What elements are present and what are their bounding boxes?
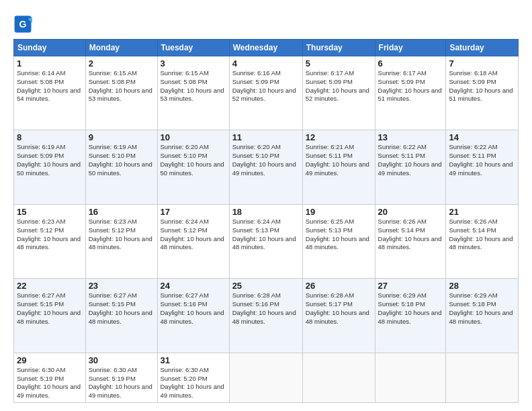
calendar-cell: 28 Sunrise: 6:29 AM Sunset: 5:18 PM Dayl… bbox=[446, 279, 519, 353]
calendar-cell: 13 Sunrise: 6:22 AM Sunset: 5:11 PM Dayl… bbox=[375, 130, 446, 204]
day-number: 13 bbox=[378, 132, 443, 142]
day-number: 5 bbox=[306, 58, 372, 68]
day-info: Sunrise: 6:26 AM Sunset: 5:14 PM Dayligh… bbox=[378, 218, 443, 252]
day-info: Sunrise: 6:21 AM Sunset: 5:11 PM Dayligh… bbox=[306, 143, 372, 177]
calendar-cell bbox=[375, 353, 446, 402]
day-info: Sunrise: 6:27 AM Sunset: 5:15 PM Dayligh… bbox=[17, 291, 83, 326]
calendar-cell: 6 Sunrise: 6:17 AM Sunset: 5:09 PM Dayli… bbox=[375, 56, 446, 130]
day-number: 9 bbox=[89, 132, 154, 142]
day-number: 6 bbox=[378, 58, 443, 68]
weekday-header-friday: Friday bbox=[375, 40, 446, 56]
calendar-cell: 2 Sunrise: 6:15 AM Sunset: 5:08 PM Dayli… bbox=[85, 56, 157, 130]
day-number: 16 bbox=[89, 207, 154, 217]
day-info: Sunrise: 6:30 AM Sunset: 5:19 PM Dayligh… bbox=[17, 366, 83, 400]
day-info: Sunrise: 6:29 AM Sunset: 5:18 PM Dayligh… bbox=[449, 291, 515, 326]
day-info: Sunrise: 6:14 AM Sunset: 5:08 PM Dayligh… bbox=[17, 69, 83, 103]
day-number: 23 bbox=[89, 281, 154, 291]
day-info: Sunrise: 6:24 AM Sunset: 5:13 PM Dayligh… bbox=[232, 218, 300, 252]
day-number: 31 bbox=[161, 355, 226, 365]
day-number: 15 bbox=[17, 207, 83, 217]
calendar-cell: 19 Sunrise: 6:25 AM Sunset: 5:13 PM Dayl… bbox=[302, 204, 375, 278]
day-number: 7 bbox=[449, 58, 515, 68]
day-number: 29 bbox=[17, 355, 83, 365]
calendar-cell: 10 Sunrise: 6:20 AM Sunset: 5:10 PM Dayl… bbox=[157, 130, 229, 204]
calendar-cell bbox=[302, 353, 375, 402]
day-number: 1 bbox=[17, 58, 83, 68]
day-info: Sunrise: 6:28 AM Sunset: 5:17 PM Dayligh… bbox=[306, 291, 372, 326]
calendar-cell: 22 Sunrise: 6:27 AM Sunset: 5:15 PM Dayl… bbox=[14, 279, 86, 353]
weekday-header-saturday: Saturday bbox=[446, 40, 519, 56]
calendar-cell: 24 Sunrise: 6:27 AM Sunset: 5:16 PM Dayl… bbox=[157, 279, 229, 353]
calendar-week-4: 22 Sunrise: 6:27 AM Sunset: 5:15 PM Dayl… bbox=[14, 279, 519, 353]
day-info: Sunrise: 6:15 AM Sunset: 5:08 PM Dayligh… bbox=[161, 69, 226, 103]
day-info: Sunrise: 6:22 AM Sunset: 5:11 PM Dayligh… bbox=[378, 143, 443, 177]
calendar-page: G SundayMondayTuesdayWednesdayThursdayFr… bbox=[0, 0, 532, 411]
logo-icon: G bbox=[13, 15, 32, 34]
calendar-cell: 21 Sunrise: 6:26 AM Sunset: 5:14 PM Dayl… bbox=[446, 204, 519, 278]
day-info: Sunrise: 6:30 AM Sunset: 5:19 PM Dayligh… bbox=[89, 366, 154, 400]
calendar-cell: 18 Sunrise: 6:24 AM Sunset: 5:13 PM Dayl… bbox=[229, 204, 302, 278]
day-info: Sunrise: 6:27 AM Sunset: 5:16 PM Dayligh… bbox=[161, 291, 226, 326]
day-info: Sunrise: 6:17 AM Sunset: 5:09 PM Dayligh… bbox=[378, 69, 443, 103]
day-info: Sunrise: 6:30 AM Sunset: 5:20 PM Dayligh… bbox=[161, 366, 226, 400]
day-info: Sunrise: 6:18 AM Sunset: 5:09 PM Dayligh… bbox=[449, 69, 515, 103]
calendar-header: SundayMondayTuesdayWednesdayThursdayFrid… bbox=[14, 40, 519, 56]
day-info: Sunrise: 6:23 AM Sunset: 5:12 PM Dayligh… bbox=[17, 218, 83, 252]
day-number: 18 bbox=[232, 207, 300, 217]
day-info: Sunrise: 6:16 AM Sunset: 5:09 PM Dayligh… bbox=[232, 69, 300, 103]
calendar-cell: 26 Sunrise: 6:28 AM Sunset: 5:17 PM Dayl… bbox=[302, 279, 375, 353]
day-info: Sunrise: 6:19 AM Sunset: 5:10 PM Dayligh… bbox=[89, 143, 154, 177]
calendar-cell: 25 Sunrise: 6:28 AM Sunset: 5:16 PM Dayl… bbox=[229, 279, 302, 353]
day-number: 20 bbox=[378, 207, 443, 217]
day-number: 10 bbox=[161, 132, 226, 142]
day-number: 2 bbox=[89, 58, 154, 68]
calendar-cell: 31 Sunrise: 6:30 AM Sunset: 5:20 PM Dayl… bbox=[157, 353, 229, 402]
weekday-header-row: SundayMondayTuesdayWednesdayThursdayFrid… bbox=[14, 40, 519, 56]
calendar-cell: 14 Sunrise: 6:22 AM Sunset: 5:11 PM Dayl… bbox=[446, 130, 519, 204]
calendar-cell: 4 Sunrise: 6:16 AM Sunset: 5:09 PM Dayli… bbox=[229, 56, 302, 130]
weekday-header-tuesday: Tuesday bbox=[157, 40, 229, 56]
calendar-cell: 15 Sunrise: 6:23 AM Sunset: 5:12 PM Dayl… bbox=[14, 204, 86, 278]
calendar-cell bbox=[446, 353, 519, 402]
day-number: 8 bbox=[17, 132, 83, 142]
calendar-week-2: 8 Sunrise: 6:19 AM Sunset: 5:09 PM Dayli… bbox=[14, 130, 519, 204]
header: G bbox=[13, 12, 519, 34]
day-number: 22 bbox=[17, 281, 83, 291]
day-info: Sunrise: 6:28 AM Sunset: 5:16 PM Dayligh… bbox=[232, 291, 300, 326]
calendar-cell: 27 Sunrise: 6:29 AM Sunset: 5:18 PM Dayl… bbox=[375, 279, 446, 353]
calendar-cell: 17 Sunrise: 6:24 AM Sunset: 5:12 PM Dayl… bbox=[157, 204, 229, 278]
day-number: 17 bbox=[161, 207, 226, 217]
day-info: Sunrise: 6:29 AM Sunset: 5:18 PM Dayligh… bbox=[378, 291, 443, 326]
day-info: Sunrise: 6:15 AM Sunset: 5:08 PM Dayligh… bbox=[89, 69, 154, 103]
day-info: Sunrise: 6:22 AM Sunset: 5:11 PM Dayligh… bbox=[449, 143, 515, 177]
day-info: Sunrise: 6:25 AM Sunset: 5:13 PM Dayligh… bbox=[306, 218, 372, 252]
svg-text:G: G bbox=[19, 19, 27, 30]
weekday-header-sunday: Sunday bbox=[14, 40, 86, 56]
calendar-cell: 20 Sunrise: 6:26 AM Sunset: 5:14 PM Dayl… bbox=[375, 204, 446, 278]
day-info: Sunrise: 6:20 AM Sunset: 5:10 PM Dayligh… bbox=[232, 143, 300, 177]
calendar-week-5: 29 Sunrise: 6:30 AM Sunset: 5:19 PM Dayl… bbox=[14, 353, 519, 402]
day-number: 4 bbox=[232, 58, 300, 68]
day-number: 30 bbox=[89, 355, 154, 365]
calendar-cell: 5 Sunrise: 6:17 AM Sunset: 5:09 PM Dayli… bbox=[302, 56, 375, 130]
day-info: Sunrise: 6:17 AM Sunset: 5:09 PM Dayligh… bbox=[306, 69, 372, 103]
calendar-cell: 7 Sunrise: 6:18 AM Sunset: 5:09 PM Dayli… bbox=[446, 56, 519, 130]
day-number: 12 bbox=[306, 132, 372, 142]
calendar-week-1: 1 Sunrise: 6:14 AM Sunset: 5:08 PM Dayli… bbox=[14, 56, 519, 130]
calendar-week-3: 15 Sunrise: 6:23 AM Sunset: 5:12 PM Dayl… bbox=[14, 204, 519, 278]
day-number: 3 bbox=[161, 58, 226, 68]
calendar-body: 1 Sunrise: 6:14 AM Sunset: 5:08 PM Dayli… bbox=[14, 56, 519, 403]
calendar-cell: 9 Sunrise: 6:19 AM Sunset: 5:10 PM Dayli… bbox=[85, 130, 157, 204]
calendar-cell: 23 Sunrise: 6:27 AM Sunset: 5:15 PM Dayl… bbox=[85, 279, 157, 353]
day-number: 21 bbox=[449, 207, 515, 217]
calendar-cell: 1 Sunrise: 6:14 AM Sunset: 5:08 PM Dayli… bbox=[14, 56, 86, 130]
calendar-table: SundayMondayTuesdayWednesdayThursdayFrid… bbox=[13, 39, 519, 403]
calendar-cell: 16 Sunrise: 6:23 AM Sunset: 5:12 PM Dayl… bbox=[85, 204, 157, 278]
day-info: Sunrise: 6:20 AM Sunset: 5:10 PM Dayligh… bbox=[161, 143, 226, 177]
day-number: 11 bbox=[232, 132, 300, 142]
day-info: Sunrise: 6:24 AM Sunset: 5:12 PM Dayligh… bbox=[161, 218, 226, 252]
calendar-cell: 29 Sunrise: 6:30 AM Sunset: 5:19 PM Dayl… bbox=[14, 353, 86, 402]
day-number: 19 bbox=[306, 207, 372, 217]
day-info: Sunrise: 6:19 AM Sunset: 5:09 PM Dayligh… bbox=[17, 143, 83, 177]
calendar-cell: 11 Sunrise: 6:20 AM Sunset: 5:10 PM Dayl… bbox=[229, 130, 302, 204]
